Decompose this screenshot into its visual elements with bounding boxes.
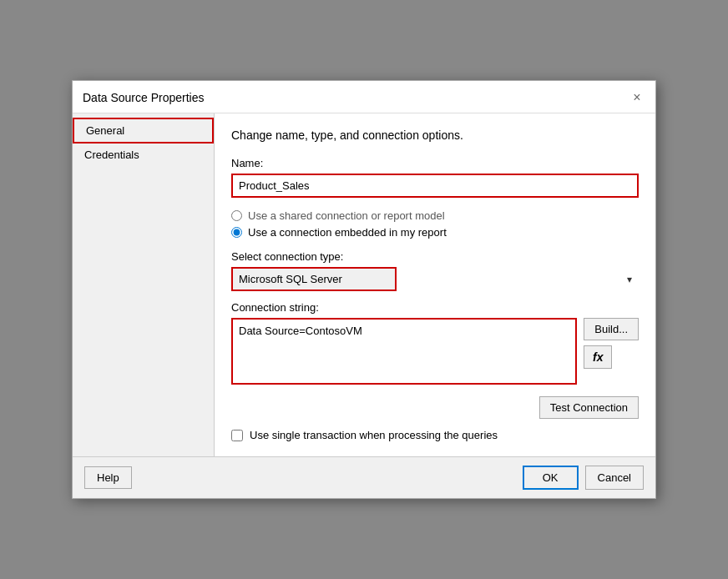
test-connection-button[interactable]: Test Connection bbox=[539, 396, 639, 419]
select-wrapper: Microsoft SQL Server Oracle OLE DB ODBC … bbox=[231, 267, 639, 291]
section-title: Change name, type, and connection option… bbox=[231, 128, 639, 142]
sidebar-item-credentials[interactable]: Credentials bbox=[73, 143, 214, 166]
connection-string-row: Data Source=ContosoVM Build... fx bbox=[231, 318, 639, 385]
help-button[interactable]: Help bbox=[84, 466, 132, 489]
connection-string-buttons: Build... fx bbox=[584, 318, 639, 369]
ok-button[interactable]: OK bbox=[523, 466, 579, 490]
name-input[interactable] bbox=[231, 174, 639, 198]
main-content: Change name, type, and connection option… bbox=[215, 113, 655, 456]
radio-embedded-row: Use a connection embedded in my report bbox=[231, 226, 639, 239]
cancel-button[interactable]: Cancel bbox=[585, 466, 644, 490]
radio-embedded-label: Use a connection embedded in my report bbox=[248, 226, 447, 239]
radio-group: Use a shared connection or report model … bbox=[231, 209, 639, 239]
checkbox-label: Use single transaction when processing t… bbox=[250, 429, 498, 441]
connection-string-textarea[interactable]: Data Source=ContosoVM bbox=[231, 318, 577, 385]
checkbox-row: Use single transaction when processing t… bbox=[231, 429, 639, 441]
connection-type-row: Microsoft SQL Server Oracle OLE DB ODBC … bbox=[231, 267, 639, 291]
radio-shared-row: Use a shared connection or report model bbox=[231, 209, 639, 222]
connection-type-select[interactable]: Microsoft SQL Server Oracle OLE DB ODBC … bbox=[231, 267, 397, 291]
title-bar: Data Source Properties × bbox=[73, 81, 655, 113]
connection-type-label: Select connection type: bbox=[231, 250, 639, 263]
radio-shared-label: Use a shared connection or report model bbox=[248, 209, 445, 222]
sidebar: General Credentials bbox=[73, 113, 215, 456]
single-transaction-checkbox[interactable] bbox=[231, 430, 243, 441]
close-button[interactable]: × bbox=[629, 89, 645, 106]
dialog-footer: Help OK Cancel bbox=[73, 456, 655, 498]
name-label: Name: bbox=[231, 157, 639, 169]
dialog-title: Data Source Properties bbox=[83, 91, 205, 104]
radio-embedded[interactable] bbox=[231, 227, 242, 238]
radio-shared[interactable] bbox=[231, 210, 242, 221]
fx-button[interactable]: fx bbox=[584, 345, 612, 369]
sidebar-item-general[interactable]: General bbox=[73, 118, 214, 143]
data-source-properties-dialog: Data Source Properties × General Credent… bbox=[72, 80, 656, 499]
test-connection-row: Test Connection bbox=[231, 396, 639, 419]
footer-right: OK Cancel bbox=[523, 466, 644, 490]
dialog-body: General Credentials Change name, type, a… bbox=[73, 113, 655, 456]
connection-string-label: Connection string: bbox=[231, 301, 639, 314]
build-button[interactable]: Build... bbox=[584, 318, 639, 340]
